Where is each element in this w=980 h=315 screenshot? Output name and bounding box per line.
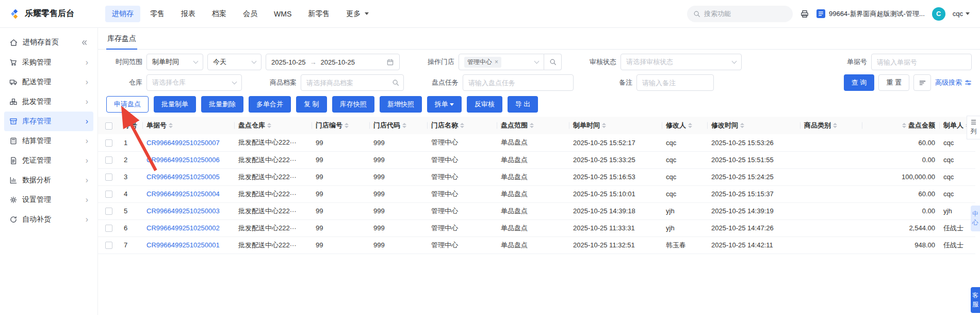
search-input[interactable] (704, 10, 787, 18)
cell-bill_no[interactable]: CR99664992510250004 (142, 185, 234, 202)
sidebar-item-凭证管理[interactable]: 凭证管理› (4, 151, 93, 170)
cell-creator: 任战士 (939, 237, 975, 254)
sidebar-item-label: 自动补货 (22, 215, 51, 224)
cell-store_code: 999 (369, 185, 427, 202)
cell-bill_no[interactable]: CR99664992510250002 (142, 219, 234, 237)
col-header-store_no[interactable]: 门店编号 (312, 117, 369, 134)
cell-bill_no[interactable]: CR99664992510250003 (142, 202, 234, 219)
select-all-checkbox[interactable] (105, 122, 112, 130)
query-button[interactable]: 查 询 (844, 74, 875, 91)
sidebar-item-采购管理[interactable]: 采购管理› (4, 53, 93, 72)
action-新增快照[interactable]: 新增快照 (380, 96, 422, 113)
row-checkbox[interactable] (105, 156, 112, 164)
tab-inventory-count[interactable]: 库存盘点 (106, 28, 137, 49)
advanced-search-link[interactable]: 高级搜索 (935, 78, 972, 87)
date-range-picker[interactable]: 2025-10-25 → 2025-10-25 (266, 54, 400, 70)
printer-icon[interactable] (800, 9, 809, 19)
nav-item-报表[interactable]: 报表 (174, 6, 202, 22)
row-checkbox[interactable] (105, 225, 112, 232)
nav-item-进销存[interactable]: 进销存 (105, 6, 140, 22)
global-search (687, 6, 793, 22)
nav-item-更多[interactable]: 更多 (339, 6, 375, 22)
warehouse-select[interactable]: 请选择仓库 (146, 74, 242, 91)
row-checkbox[interactable] (105, 242, 112, 249)
col-header-warehouse[interactable]: 盘点仓库 (234, 117, 312, 134)
action-库存快照[interactable]: 库存快照 (332, 96, 374, 113)
action-反审核[interactable]: 反审核 (467, 96, 502, 113)
cell-create_time: 2025-10-25 15:10:01 (569, 185, 662, 202)
col-header-bill_no[interactable]: 单据号 (142, 117, 234, 134)
col-header-modify_time[interactable]: 修改时间 (707, 117, 800, 134)
sidebar-item-设置管理[interactable]: 设置管理› (4, 190, 93, 210)
action-导出[interactable]: 导 出 (508, 96, 538, 113)
nav-item-会员[interactable]: 会员 (236, 6, 264, 22)
cell-modify_time: 2025-10-25 15:15:37 (707, 185, 800, 202)
nav-item-档案[interactable]: 档案 (205, 6, 233, 22)
time-preset-select[interactable]: 今天 (207, 54, 262, 70)
cell-scope: 单品盘点 (497, 185, 569, 202)
reset-button[interactable]: 重 置 (878, 74, 909, 91)
remark-input[interactable] (636, 74, 714, 91)
nav-item-零售[interactable]: 零售 (143, 6, 171, 22)
nav-item-新零售[interactable]: 新零售 (301, 6, 336, 22)
sidebar-item-批发管理[interactable]: 批发管理› (4, 92, 93, 112)
remove-tag-icon[interactable]: × (495, 59, 498, 65)
nav-item-WMS[interactable]: WMS (267, 6, 298, 22)
col-header-category[interactable]: 商品类别 (800, 117, 862, 134)
col-header-store_name[interactable]: 门店名称 (427, 117, 497, 134)
sidebar-item-home[interactable]: 进销存首页 (4, 32, 93, 53)
store-select[interactable]: 管理中心 × (459, 54, 544, 70)
action-批量删除[interactable]: 批量删除 (201, 96, 243, 113)
column-settings-tab[interactable]: 列 (967, 116, 980, 139)
col-header-scope[interactable]: 盘点范围 (497, 117, 569, 134)
avatar[interactable]: C (932, 7, 945, 21)
sidebar-item-label: 批发管理 (22, 97, 51, 106)
row-checkbox[interactable] (105, 139, 112, 147)
task-input[interactable] (463, 74, 574, 91)
time-type-select[interactable]: 制单时间 (146, 54, 203, 70)
customer-service-widget[interactable]: 客服 (971, 287, 980, 313)
cell-seq: 2 (120, 151, 142, 168)
billno-label: 单据号 (847, 57, 867, 67)
sidebar-item-配送管理[interactable]: 配送管理› (4, 72, 93, 92)
action-复制[interactable]: 复 制 (296, 96, 327, 113)
billno-input[interactable] (871, 54, 972, 70)
audit-status-select[interactable]: 请选择审核状态 (620, 54, 742, 70)
cell-category (800, 219, 862, 237)
company-selector[interactable]: 99664-新界面商超版测试-管理... (816, 9, 925, 19)
sidebar-item-库存管理[interactable]: 库存管理› (4, 112, 93, 131)
floating-center-widget[interactable]: 中心 (971, 206, 980, 231)
action-多单合并[interactable]: 多单合并 (249, 96, 291, 113)
cell-warehouse: 批发配送中心222··· (234, 168, 312, 185)
cell-modifier: yjh (662, 219, 707, 237)
action-申请盘点[interactable]: 申请盘点 (106, 96, 149, 113)
row-checkbox[interactable] (105, 174, 112, 181)
collapse-sidebar-icon[interactable] (80, 39, 88, 46)
user-menu[interactable]: cqc (953, 10, 970, 18)
cell-store_name: 管理中心 (427, 219, 497, 237)
col-header-amount[interactable]: 盘点金额 (862, 117, 939, 134)
col-header-modifier[interactable]: 修改人 (662, 117, 707, 134)
list-filter-button[interactable] (913, 74, 931, 91)
cell-bill_no[interactable]: CR99664992510250006 (142, 151, 234, 168)
row-checkbox[interactable] (105, 191, 112, 198)
cell-bill_no[interactable]: CR99664992510250005 (142, 168, 234, 185)
sidebar-item-自动补货[interactable]: 自动补货› (4, 210, 93, 229)
goods-input[interactable] (306, 79, 392, 87)
cell-bill_no[interactable]: CR99664992510250007 (142, 134, 234, 151)
col-header-seq[interactable]: 序号 (120, 117, 142, 134)
sidebar-item-结算管理[interactable]: 结算管理› (4, 131, 93, 151)
company-name: 99664-新界面商超版测试-管理... (829, 9, 925, 19)
chevron-down-icon (252, 58, 257, 64)
search-icon[interactable] (392, 79, 399, 86)
cell-category (800, 134, 862, 151)
sidebar-item-数据分析[interactable]: 数据分析› (4, 170, 93, 190)
action-批量制单[interactable]: 批量制单 (154, 96, 196, 113)
row-checkbox[interactable] (105, 208, 112, 215)
action-拆单[interactable]: 拆单 (427, 96, 462, 113)
store-search-button[interactable] (544, 54, 562, 70)
cell-bill_no[interactable]: CR99664992510250001 (142, 237, 234, 254)
col-header-create_time[interactable]: 制单时间 (569, 117, 662, 134)
cell-modifier: cqc (662, 151, 707, 168)
col-header-store_code[interactable]: 门店代码 (369, 117, 427, 134)
